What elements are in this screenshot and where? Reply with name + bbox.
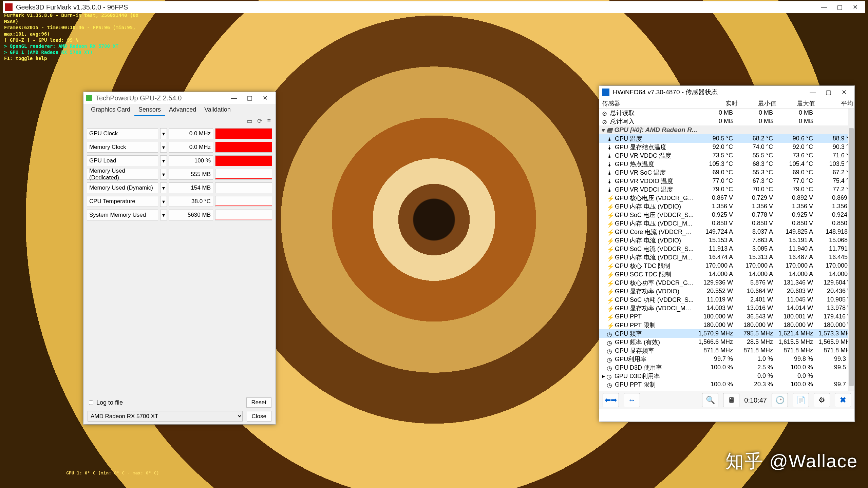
sensor-row[interactable]: 🌡GPU VR SoC 温度69.0 °C55.3 °C69.0 °C67.2 …	[599, 168, 854, 177]
sensor-graph	[215, 155, 272, 166]
sensor-row[interactable]: ⚡GPU 核心 TDC 限制170.000 A170.000 A170.000 …	[599, 261, 854, 270]
collapse-icon[interactable]: ▾	[601, 126, 606, 134]
minimize-button[interactable]: —	[816, 2, 832, 12]
save-report-button[interactable]: 🔍	[702, 393, 718, 407]
dropdown-icon[interactable]: ▾	[160, 128, 167, 139]
menu-icon[interactable]: ≡	[267, 117, 271, 125]
sensor-row[interactable]: 🌡GPU VR VDDIO 温度77.0 °C67.3 °C77.0 °C75.…	[599, 177, 854, 185]
tab-advanced[interactable]: Advanced	[165, 104, 200, 116]
close-sensors-button[interactable]: ✖	[835, 393, 851, 407]
sensor-row[interactable]: ⚡GPU SoC 电流 (VDDCR_S...11.913 A3.085 A11…	[599, 245, 854, 253]
sensor-value: 871.8 MHz	[694, 347, 734, 354]
sensor-value: 100.0 %	[694, 364, 734, 371]
add-button[interactable]: 📄	[793, 393, 809, 407]
sensor-row[interactable]: ⚡GPU 核心电压 (VDDCR_GFX)0.867 V0.729 V0.892…	[599, 194, 854, 202]
log-to-file-input[interactable]	[89, 401, 93, 405]
scrollbar[interactable]	[848, 109, 854, 391]
expand-icon[interactable]: ▸	[602, 372, 605, 380]
col-min[interactable]: 最小值	[738, 99, 776, 108]
sensor-value: 1,566.6 MHz	[694, 338, 734, 346]
sensor-row[interactable]: ◷GPU 频率1,570.9 MHz795.5 MHz1,621.4 MHz1,…	[599, 329, 854, 338]
tab-sensors[interactable]: Sensors	[134, 104, 165, 116]
sensor-row[interactable]: ◷GPU利用率99.7 %1.0 %99.8 %99.3 %	[599, 355, 854, 363]
maximize-button[interactable]: ▢	[820, 87, 836, 97]
sensor-row[interactable]: ⊘总计读取0 MB0 MB0 MB	[599, 109, 854, 117]
furmark-hud: FurMark v1.35.8.0 - Burn-in test, 2560x1…	[4, 12, 140, 62]
maximize-button[interactable]: ▢	[832, 2, 847, 12]
sensor-row[interactable]: ▸◷GPU D3D利用率0.0 %0.0 %	[599, 372, 854, 380]
sensor-row[interactable]: ⚡GPU 内存 电压 (VDDIO)1.356 V1.356 V1.356 V1…	[599, 202, 854, 211]
tab-graphics-card[interactable]: Graphics Card	[87, 104, 134, 116]
sensor-value: 79.0 °C	[774, 186, 814, 193]
dropdown-icon[interactable]: ▾	[160, 155, 167, 166]
sensor-row[interactable]: ⊘总计写入0 MB0 MB0 MB	[599, 117, 854, 125]
sensor-value: 1.356 V	[774, 203, 814, 210]
tab-validation[interactable]: Validation	[200, 104, 235, 116]
dropdown-icon[interactable]: ▾	[160, 196, 167, 207]
close-button[interactable]: ✕	[836, 87, 852, 97]
sensor-label: GPU 内存 电流 (VDDIO)	[615, 236, 694, 245]
col-max[interactable]: 最大值	[776, 99, 815, 108]
hwinfo-window[interactable]: HWiNFO64 v7.30-4870 - 传感器状态 — ▢ ✕ 传感器 实时…	[599, 86, 854, 422]
bolt-icon: ⚡	[607, 280, 613, 286]
sensor-row[interactable]: 🌡GPU 显存结点温度92.0 °C74.0 °C92.0 °C90.3 °C	[599, 143, 854, 151]
sensor-value: 5.876 W	[734, 279, 774, 286]
sensor-row[interactable]: ⚡GPU PPT180.000 W36.543 W180.001 W179.41…	[599, 312, 854, 321]
sensor-row[interactable]: ◷GPU PPT 限制100.0 %20.3 %100.0 %99.7 %	[599, 380, 854, 389]
close-button[interactable]: Close	[247, 411, 271, 422]
sensor-value: 11.913 A	[694, 245, 734, 252]
sensor-row[interactable]: 🌡GPU VR VDDCI 温度79.0 °C70.0 °C79.0 °C77.…	[599, 185, 854, 194]
col-avg[interactable]: 平均	[815, 99, 853, 108]
sensor-row[interactable]: ◷GPU 频率 (有效)1,566.6 MHz28.5 MHz1,615.5 M…	[599, 338, 854, 346]
sensor-value: 1.356 V	[734, 203, 774, 210]
sensor-row[interactable]: 🌡GPU VR VDDC 温度73.5 °C55.5 °C73.6 °C71.6…	[599, 151, 854, 160]
close-button[interactable]: ✕	[257, 93, 273, 103]
sensor-row[interactable]: ⚡GPU 显存功率 (VDDIO)20.552 W10.664 W20.603 …	[599, 287, 854, 295]
minimize-button[interactable]: —	[805, 87, 820, 97]
bolt-icon: ⚡	[607, 220, 613, 227]
hwinfo-titlebar[interactable]: HWiNFO64 v7.30-4870 - 传感器状态 — ▢ ✕	[599, 86, 854, 99]
gpuz-window[interactable]: TechPowerUp GPU-Z 2.54.0 — ▢ ✕ Graphics …	[83, 92, 276, 424]
sensor-row[interactable]: ⚡GPU 内存 电流 (VDDCI_M...16.474 A15.313 A16…	[599, 253, 854, 261]
sensor-row[interactable]: ⚡GPU 核心功率 (VDDCR_GFX)129.936 W5.876 W131…	[599, 278, 854, 287]
dropdown-icon[interactable]: ▾	[160, 142, 167, 153]
sensor-group[interactable]: ▾ ▦ GPU [#0]: AMD Radeon R...	[599, 125, 854, 134]
reset-button[interactable]: Reset	[246, 397, 271, 408]
col-current[interactable]: 实时	[699, 99, 738, 108]
sensor-row[interactable]: ◷GPU 显存频率871.8 MHz871.8 MHz871.8 MHz871.…	[599, 346, 854, 355]
refresh-icon[interactable]: ⟳	[257, 117, 262, 125]
log-to-file-checkbox[interactable]: Log to file	[88, 399, 123, 406]
sensor-row[interactable]: ⚡GPU SoC 功耗 (VDDCR_S...11.019 W2.401 W11…	[599, 295, 854, 304]
gpuz-titlebar[interactable]: TechPowerUp GPU-Z 2.54.0 — ▢ ✕	[83, 92, 276, 104]
dropdown-icon[interactable]: ▾	[160, 182, 167, 193]
sensor-row[interactable]: 🌡GPU 热点温度105.3 °C68.3 °C105.4 °C103.5 °C	[599, 160, 854, 168]
settings-button[interactable]: ⚙	[814, 393, 830, 407]
sensor-row[interactable]: ⚡GPU 内存 电流 (VDDIO)15.153 A7.863 A15.191 …	[599, 236, 854, 245]
screenshot-icon[interactable]: ▭	[247, 117, 252, 125]
sensor-row[interactable]: ◷GPU D3D 使用率100.0 %2.5 %100.0 %99.5 %	[599, 363, 854, 372]
close-button[interactable]: ✕	[847, 2, 863, 12]
dropdown-icon[interactable]: ▾	[160, 210, 167, 220]
dropdown-icon[interactable]: ▾	[160, 169, 167, 180]
sensor-value: 67.3 °C	[734, 177, 774, 184]
sensor-row[interactable]: ⚡GPU 显存功率 (VDDCI_MEM)14.003 W13.016 W14.…	[599, 304, 854, 312]
sensor-value: 0 MB	[774, 118, 814, 125]
expand-button[interactable]: ↔	[624, 393, 640, 407]
nav-arrows-button[interactable]: ⬅➡	[603, 393, 619, 407]
sensor-row[interactable]: ⚡GPU PPT 限制180.000 W180.000 W180.000 W18…	[599, 321, 854, 329]
sensor-row[interactable]: ⚡GPU Core 电流 (VDDCR_G...149.724 A8.037 A…	[599, 228, 854, 236]
device-select[interactable]: AMD Radeon RX 5700 XT	[88, 411, 243, 422]
sensor-row[interactable]: 🌡GPU 温度90.5 °C68.2 °C90.6 °C88.9 °C	[599, 134, 854, 143]
minimize-button[interactable]: —	[226, 93, 242, 103]
sensor-row[interactable]: ⚡GPU 内存 电压 (VDDCI_M...0.850 V0.850 V0.85…	[599, 219, 854, 228]
clock-icon[interactable]: 🕑	[772, 393, 788, 407]
maximize-button[interactable]: ▢	[242, 93, 257, 103]
sensor-value: 0.892 V	[774, 194, 814, 201]
scrollbar-thumb[interactable]	[849, 128, 854, 386]
logging-button[interactable]: 🖥	[723, 393, 739, 407]
sensor-row[interactable]: ⚡GPU SOC TDC 限制14.000 A14.000 A14.000 A1…	[599, 270, 854, 278]
furmark-titlebar[interactable]: Geeks3D FurMark v1.35.0.0 - 96FPS — ▢ ✕	[3, 1, 865, 13]
col-sensor[interactable]: 传感器	[601, 99, 699, 108]
sensor-label: GPU VR SoC 温度	[615, 169, 694, 177]
sensor-row[interactable]: ⚡GPU SoC 电压 (VDDCR_S...0.925 V0.778 V0.9…	[599, 211, 854, 219]
